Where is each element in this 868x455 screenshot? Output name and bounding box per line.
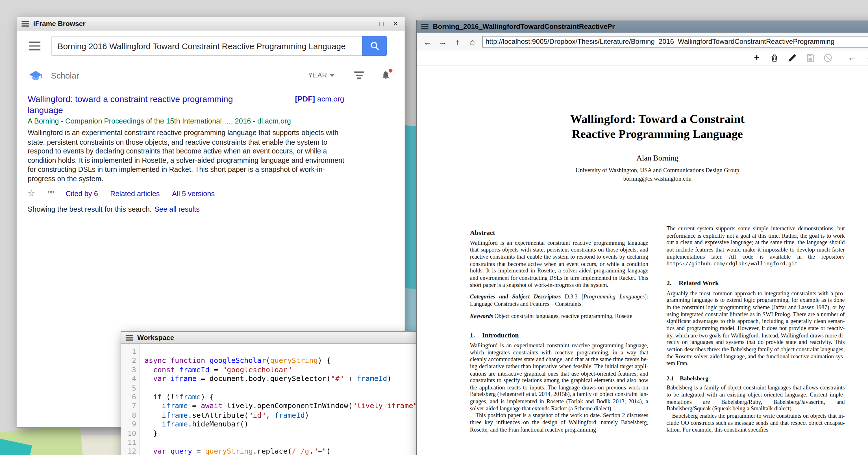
paper-title-line1: Wallingford: Toward a Constraint	[470, 112, 845, 127]
paper-paragraph: This position paper is a snapshot of the…	[470, 412, 648, 433]
code-line	[145, 384, 431, 393]
code-token: "id"	[249, 411, 266, 419]
chevron-down-icon	[330, 74, 335, 77]
nav-forward-button[interactable]: →	[435, 37, 450, 46]
code-token: iframe	[162, 402, 188, 410]
code-token	[145, 365, 153, 374]
code-token: ) {	[318, 356, 331, 365]
section-title: Introduction	[482, 331, 519, 339]
edit-button[interactable]	[786, 52, 798, 64]
versions-link[interactable]: All 5 versions	[172, 189, 215, 197]
paper-heading: 2.Related Work	[666, 280, 845, 287]
text-run: Wallingford is an experimental constrain…	[470, 342, 648, 412]
window-menu-icon[interactable]	[421, 24, 428, 29]
search-input[interactable]	[52, 36, 362, 56]
pencil-icon	[787, 53, 797, 62]
code-token: async	[145, 356, 170, 365]
line-number: 4	[121, 374, 136, 384]
notifications-bell-icon[interactable]	[381, 70, 391, 80]
maximize-button[interactable]: □	[377, 20, 386, 27]
code-token: iframe	[175, 393, 201, 401]
code-token: function	[170, 356, 210, 365]
search-button[interactable]	[362, 36, 387, 56]
results-footer-text: Showing the best result for this search.	[28, 205, 152, 213]
pdf-page[interactable]: Wallingford: Toward a Constraint Reactiv…	[417, 66, 868, 455]
paper: Wallingford: Toward a Constraint Reactiv…	[470, 66, 845, 433]
code-token: .setAttribute(	[188, 411, 249, 419]
workspace-titlebar[interactable]: Workspace	[121, 332, 431, 344]
desktop: iFrame Browser – □ × Scholar	[0, 0, 868, 455]
code-token: frameId	[357, 374, 387, 383]
paper-title: Wallingford: Toward a Constraint Reactiv…	[470, 112, 845, 142]
line-number: 11	[121, 438, 136, 447]
paper-email: borning@cs.washington.edu	[470, 175, 845, 182]
paper-column-right: The current system supports some simple …	[666, 217, 845, 433]
code-token: =	[210, 365, 223, 374]
code-token: }	[145, 429, 158, 437]
code-gutter: 123456789101112	[121, 344, 140, 455]
code-token: "lively-iframe"	[352, 402, 417, 410]
section-title: Abstract	[470, 229, 495, 236]
save-star-icon[interactable]: ☆	[28, 188, 35, 198]
filter-icon[interactable]	[354, 72, 364, 79]
year-filter-label: YEAR	[308, 71, 327, 79]
pdf-link[interactable]: [PDF]acm.org	[295, 95, 344, 103]
save-button[interactable]	[804, 52, 816, 64]
related-articles-link[interactable]: Related articles	[110, 189, 160, 197]
code-token: (	[266, 356, 270, 365]
add-button[interactable]: +	[750, 52, 763, 64]
code-token: .replace(	[253, 447, 292, 455]
pdf-titlebar[interactable]: Borning_2016_WallingfordTowardConstraint…	[417, 21, 868, 33]
code-line	[145, 347, 431, 356]
cited-by-link[interactable]: Cited by 6	[65, 189, 98, 197]
line-number: 2	[121, 356, 136, 365]
code-line: if (!iframe) {	[145, 393, 431, 402]
paper-paragraph: Categories and Subject Descriptors D.3.3…	[470, 294, 648, 308]
code-token: frameId	[275, 411, 305, 419]
code-token: (!	[162, 393, 175, 401]
code-line	[145, 438, 431, 447]
code-token: =	[188, 402, 201, 410]
result-actions: ☆ ”” Cited by 6 Related articles All 5 v…	[28, 188, 388, 198]
window-title: iFrame Browser	[33, 20, 86, 27]
result-title-link[interactable]: Wallingford: toward a constraint reactiv…	[28, 94, 260, 115]
delete-button[interactable]	[768, 52, 780, 64]
line-number: 3	[121, 365, 136, 374]
cancel-button[interactable]	[822, 52, 834, 64]
paper-paragraph: Keywords Object constraint languages, re…	[470, 312, 648, 320]
nav-back-button[interactable]: ←	[420, 37, 435, 46]
text-run: Babelsberg is a family of object constra…	[666, 385, 845, 412]
code-token: iframe	[162, 411, 188, 419]
pdf-source-link[interactable]: acm.org	[317, 95, 344, 103]
year-filter[interactable]: YEAR	[308, 71, 335, 79]
browser-titlebar[interactable]: iFrame Browser – □ ×	[17, 17, 405, 31]
code-token	[145, 402, 162, 410]
page-back-button[interactable]: ←	[846, 52, 858, 64]
code-token: )	[327, 447, 331, 455]
window-menu-icon[interactable]	[22, 21, 29, 26]
scholar-menu-icon[interactable]	[29, 41, 40, 52]
page-forward-button[interactable]: →	[864, 52, 868, 64]
window-workspace: Workspace 123456789101112 async function…	[121, 331, 432, 455]
code-area[interactable]: async function googleScholar(queryString…	[140, 344, 431, 455]
paper-paragraph: Babelsberg is a family of object constra…	[666, 385, 845, 413]
result-byline: A Borning - Companion Proceedings of the…	[28, 117, 388, 125]
result-snippet: Wallingford is an experimental constrain…	[28, 129, 351, 183]
nav-up-button[interactable]: ↑	[450, 37, 465, 46]
see-all-results-link[interactable]: See all results	[155, 205, 200, 213]
code-token: queryString	[205, 447, 253, 455]
code-token: )	[387, 374, 392, 383]
cite-icon[interactable]: ””	[47, 188, 53, 198]
minimize-button[interactable]: –	[363, 20, 373, 27]
section-number: 2.1	[666, 375, 680, 382]
line-number: 12	[121, 447, 136, 455]
code-token: )	[305, 411, 309, 419]
window-menu-icon[interactable]	[126, 335, 133, 340]
results-footer: Showing the best result for this search.…	[28, 205, 388, 213]
close-button[interactable]: ×	[391, 20, 400, 27]
url-input[interactable]	[482, 36, 868, 47]
nav-home-button[interactable]: ⌂	[465, 37, 480, 46]
line-number: 6	[121, 393, 136, 402]
code-token	[145, 374, 153, 383]
paper-author: Alan Borning	[470, 154, 845, 163]
